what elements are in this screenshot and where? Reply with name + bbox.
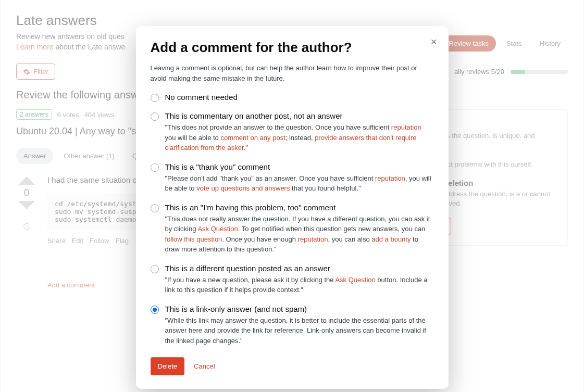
option-desc: "This does not really answer the questio… bbox=[165, 214, 434, 255]
option-label: This is commentary on another post, not … bbox=[165, 111, 434, 120]
option-thank-you[interactable]: This is a "thank you" comment"Please don… bbox=[151, 162, 434, 194]
option-desc: "While this link may answer the question… bbox=[165, 315, 434, 346]
close-icon[interactable]: × bbox=[431, 36, 437, 47]
option-label: This is an "I'm having this problem, too… bbox=[165, 203, 434, 212]
inline-link[interactable]: reputation bbox=[391, 123, 421, 131]
radio-commentary[interactable] bbox=[151, 112, 159, 121]
radio-thank-you[interactable] bbox=[151, 163, 159, 172]
radio-different-question[interactable] bbox=[151, 265, 159, 273]
option-different-question[interactable]: This is a different question posted as a… bbox=[151, 264, 434, 295]
option-desc: "This does not provide an answer to the … bbox=[165, 122, 434, 153]
option-commentary[interactable]: This is commentary on another post, not … bbox=[151, 111, 434, 153]
option-no-comment[interactable]: No comment needed bbox=[151, 93, 434, 102]
modal-options: No comment neededThis is commentary on a… bbox=[151, 93, 434, 346]
inline-link[interactable]: vote up questions and answers bbox=[196, 184, 290, 192]
inline-link[interactable]: Ask Question bbox=[197, 225, 238, 233]
option-link-only[interactable]: This is a link-only answer (and not spam… bbox=[151, 305, 434, 346]
inline-link[interactable]: reputation bbox=[375, 174, 405, 182]
modal-lead: Leaving a comment is optional, but can h… bbox=[151, 63, 434, 83]
modal-dialog: × Add a comment for the author? Leaving … bbox=[136, 26, 449, 389]
option-label: No comment needed bbox=[165, 93, 434, 102]
inline-link[interactable]: add a bounty bbox=[371, 235, 411, 243]
modal-actions: Delete Cancel bbox=[151, 357, 434, 375]
inline-link[interactable]: follow this question bbox=[165, 235, 222, 243]
cancel-button[interactable]: Cancel bbox=[194, 362, 215, 370]
option-desc: "If you have a new question, please ask … bbox=[165, 275, 434, 295]
option-me-too[interactable]: This is an "I'm having this problem, too… bbox=[151, 203, 434, 255]
radio-no-comment[interactable] bbox=[151, 94, 159, 102]
inline-link[interactable]: Ask Question bbox=[335, 276, 375, 284]
modal-overlay[interactable]: × Add a comment for the author? Leaving … bbox=[0, 0, 584, 392]
inline-link[interactable]: reputation bbox=[298, 235, 328, 243]
modal-title: Add a comment for the author? bbox=[151, 40, 434, 56]
inline-link[interactable]: comment on any post bbox=[220, 134, 285, 142]
radio-me-too[interactable] bbox=[151, 204, 159, 212]
option-label: This is a link-only answer (and not spam… bbox=[165, 305, 434, 313]
option-label: This is a different question posted as a… bbox=[165, 264, 434, 273]
option-label: This is a "thank you" comment bbox=[165, 162, 434, 171]
radio-link-only[interactable] bbox=[151, 306, 159, 314]
delete-button[interactable]: Delete bbox=[151, 357, 185, 375]
inline-link[interactable]: provide answers that don't require clari… bbox=[165, 134, 417, 152]
option-desc: "Please don't add "thank you" as an answ… bbox=[165, 173, 434, 194]
